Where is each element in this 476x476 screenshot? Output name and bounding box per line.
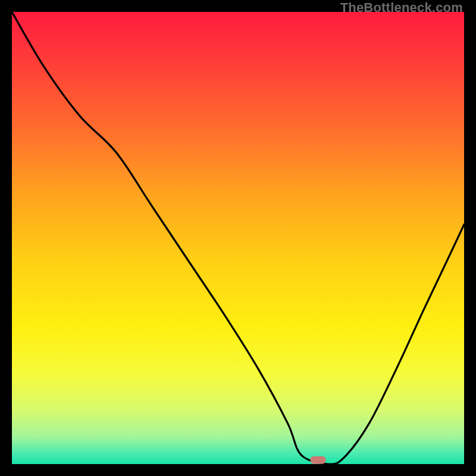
gradient-background — [12, 12, 464, 464]
chart-frame: TheBottleneck.com — [0, 0, 476, 476]
optimal-marker — [311, 456, 326, 464]
plot-area — [12, 12, 464, 464]
plot-svg — [12, 12, 464, 464]
